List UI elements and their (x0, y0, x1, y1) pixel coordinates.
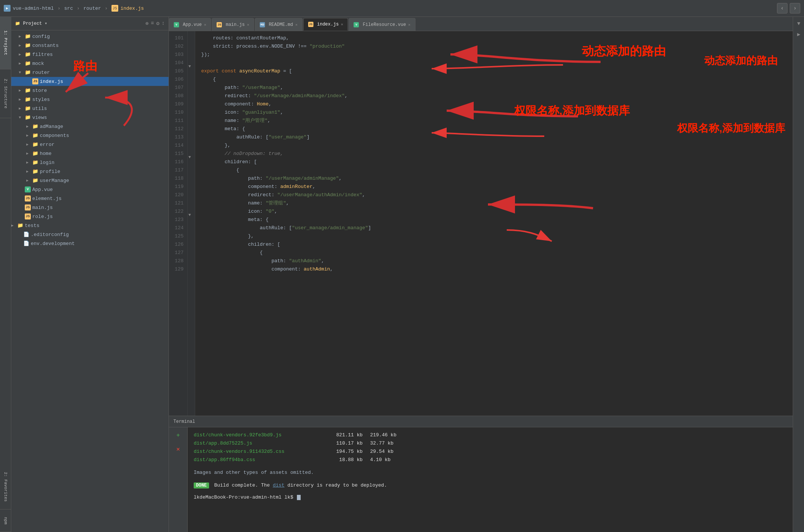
tree-item-filtres[interactable]: ▶ 📁 filtres (11, 50, 169, 59)
done-badge: DONE (194, 482, 209, 488)
terminal-file-1-size2: 219.46 kb (370, 431, 415, 439)
terminal-prompt-line: lkdeMacBook-Pro:vue-admin-html lk$ (194, 493, 787, 502)
close-icon[interactable]: ✕ (295, 23, 298, 27)
code-line-101: routes: constantRouterMap, (201, 34, 793, 42)
tree-item-home[interactable]: ▶ 📁 home (11, 149, 169, 158)
fold-icon-105[interactable]: ▼ (188, 64, 191, 69)
tree-item-mock[interactable]: ▶ 📁 mock (11, 59, 169, 68)
terminal-file-4-size2: 4.10 kb (370, 456, 415, 464)
js-file-icon: JS (25, 213, 31, 219)
tree-item-index-js[interactable]: JS index.js (11, 77, 169, 86)
chevron-right-icon: ▶ (19, 88, 25, 93)
file-tree-header: 📁 Project ▾ ⊕ ≡ ⚙ ↕ (11, 17, 169, 30)
tree-item-app-vue[interactable]: V App.vue (11, 185, 169, 194)
file-tree-title: 📁 Project ▾ (15, 21, 142, 26)
code-line-121: name: "管理组", (201, 199, 793, 207)
file-tree: 📁 Project ▾ ⊕ ≡ ⚙ ↕ ▶ 📁 config ▶ 📁 (11, 17, 169, 532)
tree-item-tests[interactable]: ▶ 📁 tests (11, 221, 169, 230)
tree-item-store[interactable]: ▶ 📁 store (11, 86, 169, 95)
breadcrumb-file[interactable]: index.js (120, 6, 144, 11)
code-line-126: children: [ (201, 240, 793, 249)
fold-icon-116[interactable]: ▼ (188, 155, 191, 159)
navigate-forward-button[interactable]: › (790, 3, 800, 14)
sidebar-item-favorites[interactable]: 2: Favorites (0, 464, 11, 509)
chevron-right-icon: ▶ (19, 97, 25, 102)
breadcrumb-src[interactable]: src (64, 6, 73, 11)
terminal-file-2-size1: 110.17 kb (325, 439, 370, 448)
sidebar-item-npm[interactable]: npm (0, 509, 11, 532)
tree-item-profile[interactable]: ▶ 📁 profile (11, 167, 169, 176)
navigate-back-button[interactable]: ‹ (777, 3, 787, 14)
close-terminal-button[interactable]: ✕ (173, 444, 184, 454)
fold-gutter: ▼ ▼ ▼ (188, 31, 195, 416)
code-line-109: component: Home, (201, 100, 793, 108)
tree-item-styles[interactable]: ▶ 📁 styles (11, 95, 169, 104)
sidebar-item-project[interactable]: 1: Project (0, 17, 11, 69)
close-icon[interactable]: ✕ (341, 22, 343, 27)
terminal-done-line: DONE Build complete. The dist directory … (194, 481, 787, 490)
code-line-118: path: "/userManage/adminManage", (201, 174, 793, 183)
tree-item-router[interactable]: ▼ 📁 router (11, 68, 169, 77)
code-editor[interactable]: 101102103104105 106107108109110 11111211… (169, 31, 793, 416)
terminal-title: Terminal (173, 419, 195, 424)
tab-main-js[interactable]: JS main.js ✕ (212, 18, 254, 31)
editor-expand-button[interactable]: ▼ (793, 18, 804, 29)
js-icon: JS (217, 22, 222, 27)
chevron-right-icon: ▶ (19, 61, 25, 66)
tree-item-element-js[interactable]: JS element.js (11, 194, 169, 203)
file-tree-toolbar: ⊕ ≡ ⚙ ↕ (145, 20, 165, 27)
tree-item-admanage[interactable]: ▶ 📁 adManage (11, 122, 169, 131)
code-line-107: path: "/userManage", (201, 84, 793, 92)
tree-item-views[interactable]: ▼ 📁 views (11, 113, 169, 122)
vue-icon: V (174, 22, 179, 27)
tab-fileresource-vue[interactable]: V FileResource.vue ✕ (349, 18, 415, 31)
tab-app-vue[interactable]: V App.vue ✕ (169, 18, 211, 31)
code-line-114: }, (201, 141, 793, 150)
tree-item-config[interactable]: ▶ 📁 config (11, 32, 169, 41)
settings-button[interactable]: ⚙ (156, 20, 159, 27)
code-line-104 (201, 59, 793, 67)
close-icon[interactable]: ✕ (204, 23, 206, 27)
terminal-file-3-size2: 29.54 kb (370, 448, 415, 456)
editor-terminal-column: V App.vue ✕ JS main.js ✕ MD README.md ✕ … (169, 17, 793, 532)
tree-item-main-js[interactable]: JS main.js (11, 203, 169, 212)
chevron-right-icon: ▶ (26, 169, 32, 174)
left-side-panels: 1: Project Z: Structure 2: Favorites npm (0, 17, 11, 532)
tree-item-login[interactable]: ▶ 📁 login (11, 158, 169, 167)
code-line-120: redirect: "/userManage/authAdmin/index", (201, 191, 793, 199)
app-icon: ▶ (4, 5, 11, 12)
terminal-file-list: dist/chunk-vendors.92fe3bd9.js 821.11 kb… (194, 431, 787, 464)
editor-next-button[interactable]: ▶ (793, 29, 804, 39)
locate-file-button[interactable]: ⊕ (145, 20, 148, 27)
tab-readme-md[interactable]: MD README.md ✕ (255, 18, 303, 31)
fold-icon-123[interactable]: ▼ (188, 213, 191, 217)
terminal-body[interactable]: dist/chunk-vendors.92fe3bd9.js 821.11 kb… (188, 427, 793, 532)
top-bar-actions: ‹ › (777, 3, 800, 14)
code-line-103: }); (201, 51, 793, 59)
tree-item-role-js[interactable]: JS role.js (11, 212, 169, 221)
tree-item-usermanage[interactable]: ▶ 📁 userManage (11, 176, 169, 185)
tree-item-error[interactable]: ▶ 📁 error (11, 140, 169, 149)
chevron-right-icon: ▶ (19, 52, 25, 57)
chevron-right-icon: ▶ (26, 178, 32, 183)
close-icon[interactable]: ✕ (408, 23, 411, 27)
tab-index-js[interactable]: JS index.js ✕ (303, 18, 348, 31)
code-line-128: path: "authAdmin", (201, 257, 793, 265)
tree-item-components[interactable]: ▶ 📁 components (11, 131, 169, 140)
code-content[interactable]: routes: constantRouterMap, strict: proce… (195, 31, 793, 416)
add-terminal-button[interactable]: + (173, 430, 184, 441)
tree-item-constants[interactable]: ▶ 📁 constants (11, 41, 169, 50)
js-file-icon: JS (25, 204, 31, 210)
breadcrumb-router[interactable]: router (83, 6, 101, 11)
gear-icon[interactable]: ↕ (162, 20, 165, 27)
tree-item-editorconfig[interactable]: 📄 .editorconfig (11, 230, 169, 239)
breadcrumb-root[interactable]: vue-admin-html (13, 6, 54, 11)
tree-item-env-development[interactable]: 📄 env.development (11, 239, 169, 248)
terminal-dist-link[interactable]: dist (273, 482, 285, 488)
chevron-right-icon: ▶ (19, 106, 25, 111)
close-icon[interactable]: ✕ (247, 23, 249, 27)
sidebar-item-structure[interactable]: Z: Structure (0, 69, 11, 118)
collapse-button[interactable]: ≡ (151, 20, 154, 27)
code-line-115: // noDropdown: true, (201, 150, 793, 158)
tree-item-utils[interactable]: ▶ 📁 utils (11, 104, 169, 113)
